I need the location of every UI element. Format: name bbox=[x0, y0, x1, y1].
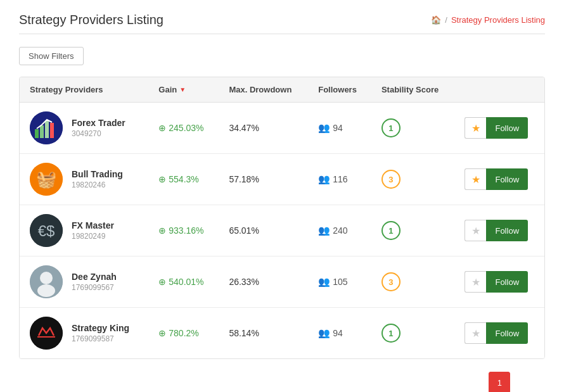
table-row: 🧺 Bull Trading 19820246 ⊕ 554.3% 57.18% … bbox=[20, 154, 544, 205]
provider-name-3: Dee Zynah bbox=[72, 272, 117, 282]
providers-table: Strategy Providers Gain ▼ Max. Drowdown … bbox=[20, 77, 544, 358]
gain-cell-1: ⊕ 554.3% bbox=[148, 154, 219, 205]
gain-cell-2: ⊕ 933.16% bbox=[148, 205, 219, 256]
breadcrumb-separator: / bbox=[445, 15, 447, 25]
col-header-action bbox=[454, 77, 544, 103]
followers-icon-2: 👥 bbox=[318, 225, 330, 236]
breadcrumb-current: Strategy Providers Listing bbox=[451, 15, 545, 25]
stability-cell-2: 1 bbox=[371, 205, 455, 256]
provider-cell-2: €$ FX Master 19820249 bbox=[20, 205, 148, 256]
breadcrumb-home-icon: 🏠 bbox=[431, 15, 441, 25]
gain-up-icon-2: ⊕ bbox=[158, 225, 166, 236]
stability-badge-1: 3 bbox=[381, 170, 401, 189]
followers-count-0: 94 bbox=[333, 123, 343, 133]
provider-avatar-0 bbox=[30, 111, 63, 144]
followers-count-2: 240 bbox=[333, 225, 347, 236]
drawdown-cell-0: 34.47% bbox=[219, 103, 308, 154]
provider-name-2: FX Master bbox=[72, 220, 114, 231]
follow-button-3[interactable]: Follow bbox=[486, 271, 528, 293]
gain-cell-0: ⊕ 245.03% bbox=[148, 103, 219, 154]
gain-value-1: ⊕ 554.3% bbox=[158, 174, 208, 184]
col-header-followers: Followers bbox=[308, 77, 371, 103]
provider-cell-1: 🧺 Bull Trading 19820246 bbox=[20, 154, 148, 205]
follow-button-1[interactable]: Follow bbox=[486, 168, 528, 190]
gain-up-icon-3: ⊕ bbox=[158, 277, 166, 287]
table-row: Strategy King 1769099587 ⊕ 780.2% 58.14%… bbox=[20, 308, 544, 359]
provider-avatar-4 bbox=[30, 317, 63, 350]
page-header: Strategy Providers Listing 🏠 / Strategy … bbox=[19, 13, 545, 34]
stability-badge-3: 3 bbox=[381, 272, 401, 291]
gain-cell-3: ⊕ 540.01% bbox=[148, 256, 219, 308]
followers-icon-0: 👥 bbox=[318, 122, 330, 134]
star-button-1[interactable]: ★ bbox=[465, 168, 486, 190]
stability-cell-3: 3 bbox=[371, 256, 455, 308]
provider-id-3: 1769099567 bbox=[72, 283, 117, 292]
col-header-stability: Stability Score bbox=[371, 77, 455, 103]
show-filters-button[interactable]: Show Filters bbox=[19, 47, 84, 65]
stability-cell-1: 3 bbox=[371, 154, 455, 205]
stability-badge-0: 1 bbox=[381, 118, 401, 137]
provider-id-1: 19820246 bbox=[72, 180, 123, 189]
followers-cell-3: 👥 105 bbox=[308, 256, 371, 308]
provider-id-4: 1769099587 bbox=[72, 334, 129, 343]
followers-icon-3: 👥 bbox=[318, 276, 330, 288]
provider-cell-0: Forex Trader 3049270 bbox=[20, 103, 148, 154]
followers-cell-0: 👥 94 bbox=[308, 103, 371, 154]
col-header-gain: Gain ▼ bbox=[148, 77, 219, 103]
follow-button-4[interactable]: Follow bbox=[486, 322, 528, 344]
follow-button-0[interactable]: Follow bbox=[486, 117, 528, 139]
provider-id-0: 3049270 bbox=[72, 129, 125, 138]
followers-count-4: 94 bbox=[333, 328, 343, 338]
provider-avatar-2: €$ bbox=[30, 214, 63, 247]
page-wrapper: Strategy Providers Listing 🏠 / Strategy … bbox=[0, 0, 564, 392]
col-header-name: Strategy Providers bbox=[20, 77, 148, 103]
action-cell-3: ★ Follow bbox=[454, 256, 544, 308]
provider-name-0: Forex Trader bbox=[72, 118, 125, 128]
star-button-2[interactable]: ★ bbox=[465, 220, 486, 241]
followers-count-1: 116 bbox=[333, 174, 347, 184]
provider-cell-4: Strategy King 1769099587 bbox=[20, 308, 148, 359]
stability-cell-0: 1 bbox=[371, 103, 455, 154]
star-button-0[interactable]: ★ bbox=[465, 117, 486, 139]
providers-table-container: Strategy Providers Gain ▼ Max. Drowdown … bbox=[19, 77, 545, 359]
drawdown-cell-4: 58.14% bbox=[219, 308, 308, 359]
gain-value-4: ⊕ 780.2% bbox=[158, 328, 208, 338]
svg-rect-3 bbox=[45, 120, 49, 138]
action-cell-2: ★ Follow bbox=[454, 205, 544, 256]
gain-cell-4: ⊕ 780.2% bbox=[148, 308, 219, 359]
gain-value-2: ⊕ 933.16% bbox=[158, 225, 208, 236]
followers-icon-4: 👥 bbox=[318, 327, 330, 339]
action-cell-0: ★ Follow bbox=[454, 103, 544, 154]
star-button-4[interactable]: ★ bbox=[465, 322, 486, 344]
provider-cell-3: Dee Zynah 1769099567 bbox=[20, 256, 148, 308]
svg-point-11 bbox=[37, 284, 55, 297]
provider-name-1: Bull Trading bbox=[72, 169, 123, 179]
drawdown-cell-2: 65.01% bbox=[219, 205, 308, 256]
stability-badge-4: 1 bbox=[381, 324, 401, 343]
page-btn-1[interactable]: 1 bbox=[489, 372, 510, 392]
svg-rect-4 bbox=[50, 123, 54, 138]
followers-cell-2: 👥 240 bbox=[308, 205, 371, 256]
svg-rect-2 bbox=[40, 125, 44, 138]
provider-avatar-1: 🧺 bbox=[30, 163, 63, 196]
followers-icon-1: 👥 bbox=[318, 174, 330, 185]
star-button-3[interactable]: ★ bbox=[465, 271, 486, 293]
table-footer: Showing 1 to 10 of 55 entries Previous 1… bbox=[19, 372, 545, 392]
gain-value-0: ⊕ 245.03% bbox=[158, 123, 208, 133]
svg-point-10 bbox=[40, 272, 53, 284]
table-row: €$ FX Master 19820249 ⊕ 933.16% 65.01% 👥 bbox=[20, 205, 544, 256]
page-title: Strategy Providers Listing bbox=[19, 13, 163, 27]
table-row: Forex Trader 3049270 ⊕ 245.03% 34.47% 👥 … bbox=[20, 103, 544, 154]
provider-id-2: 19820249 bbox=[72, 232, 114, 241]
followers-cell-4: 👥 94 bbox=[308, 308, 371, 359]
drawdown-cell-1: 57.18% bbox=[219, 154, 308, 205]
pagination: Previous 123456 Next bbox=[442, 372, 542, 392]
gain-value-3: ⊕ 540.01% bbox=[158, 277, 208, 287]
gain-up-icon-1: ⊕ bbox=[158, 174, 166, 184]
gain-sort-icon[interactable]: ▼ bbox=[179, 86, 186, 93]
svg-text:🧺: 🧺 bbox=[36, 169, 57, 189]
followers-count-3: 105 bbox=[333, 277, 347, 287]
action-cell-1: ★ Follow bbox=[454, 154, 544, 205]
follow-button-2[interactable]: Follow bbox=[486, 220, 528, 241]
col-header-drawdown: Max. Drowdown bbox=[219, 77, 308, 103]
